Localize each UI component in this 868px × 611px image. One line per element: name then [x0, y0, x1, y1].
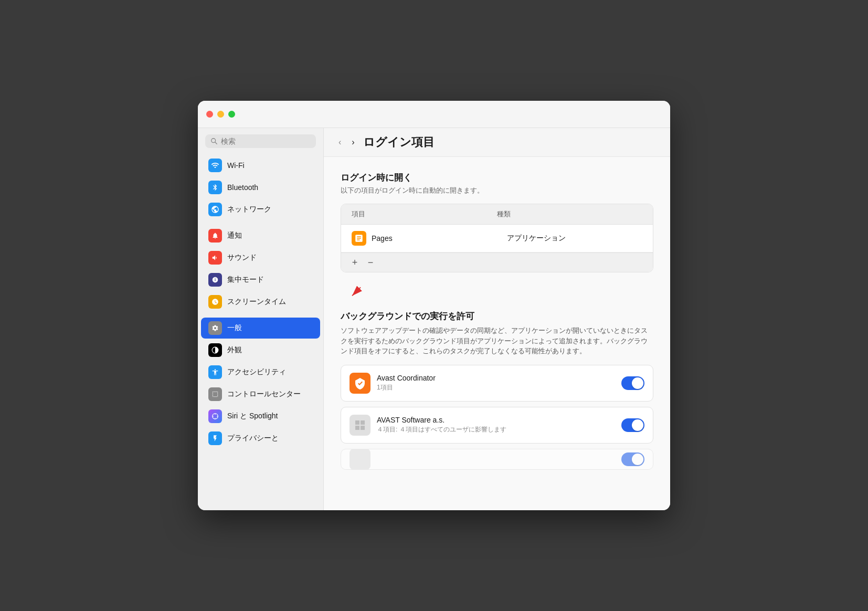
network-icon: [208, 203, 222, 216]
close-button[interactable]: [206, 111, 213, 118]
general-icon: [208, 321, 222, 335]
sidebar: Wi-Fi Bluetooth ネットワーク 通知: [198, 128, 324, 510]
forward-button[interactable]: ›: [350, 136, 356, 148]
sidebar-item-label-accessibility: アクセシビリティ: [227, 367, 286, 377]
accessibility-icon: [208, 365, 222, 379]
sound-icon: [208, 251, 222, 265]
siri-icon: [208, 409, 222, 423]
bluetooth-icon: [208, 181, 222, 194]
sidebar-item-appearance[interactable]: 外観: [201, 340, 320, 361]
sidebar-item-sound[interactable]: サウンド: [201, 247, 320, 268]
svg-rect-5: [352, 417, 368, 433]
remove-item-button[interactable]: −: [363, 256, 378, 269]
col-type-header: 種類: [497, 209, 642, 219]
notification-icon: [208, 229, 222, 243]
sidebar-item-label-appearance: 外観: [227, 345, 242, 355]
sidebar-item-label-screentime: スクリーンタイム: [227, 297, 286, 307]
search-icon: [210, 138, 218, 145]
login-items-table: 項目 種類 Pages アプリケーション + −: [341, 204, 653, 272]
login-open-section: ログイン時に開く 以下の項目がログイン時に自動的に開きます。: [341, 172, 653, 195]
arrow-indicator: [341, 283, 653, 304]
sidebar-item-label-privacy: プライバシーと: [227, 434, 279, 443]
search-container: [198, 128, 323, 154]
sidebar-item-bluetooth[interactable]: Bluetooth: [201, 177, 320, 198]
sidebar-item-label-wifi: Wi-Fi: [227, 161, 245, 170]
sidebar-item-screentime[interactable]: スクリーンタイム: [201, 291, 320, 312]
row-type-pages: アプリケーション: [507, 234, 642, 243]
sidebar-item-wifi[interactable]: Wi-Fi: [201, 155, 320, 176]
avast-coordinator-toggle[interactable]: [621, 376, 644, 390]
maximize-button[interactable]: [228, 111, 235, 118]
sidebar-item-controlcenter[interactable]: コントロールセンター: [201, 384, 320, 405]
appearance-icon: [208, 343, 222, 357]
bg-item-avast-software: AVAST Software a.s. ４項目: ４項目はすべてのユーザに影響し…: [341, 407, 653, 444]
focus-icon: [208, 273, 222, 287]
sidebar-item-general[interactable]: 一般: [201, 318, 320, 339]
svg-rect-6: [355, 420, 359, 425]
system-preferences-window: Wi-Fi Bluetooth ネットワーク 通知: [198, 101, 670, 510]
table-footer: + −: [341, 252, 653, 272]
unknown-icon: [350, 449, 371, 470]
titlebar: [198, 101, 670, 128]
sidebar-item-label-focus: 集中モード: [227, 275, 264, 285]
svg-rect-8: [355, 426, 359, 430]
sidebar-item-label-general: 一般: [227, 323, 242, 333]
sidebar-item-label-siri: Siri と Spotlight: [227, 412, 278, 421]
sidebar-item-accessibility[interactable]: アクセシビリティ: [201, 362, 320, 383]
sidebar-item-focus[interactable]: 集中モード: [201, 269, 320, 290]
table-row: Pages アプリケーション: [341, 225, 653, 252]
avast-coordinator-icon: [350, 373, 371, 394]
page-title: ログイン項目: [363, 134, 435, 150]
search-bar[interactable]: [205, 134, 316, 148]
screentime-icon: [208, 295, 222, 309]
add-item-button[interactable]: +: [347, 256, 362, 269]
avast-coordinator-sub: 1項目: [377, 383, 615, 392]
arrow-svg: [348, 283, 369, 302]
sidebar-item-label-sound: サウンド: [227, 253, 257, 262]
sidebar-item-siri[interactable]: Siri と Spotlight: [201, 406, 320, 427]
avast-coordinator-name: Avast Coordinator: [377, 374, 615, 382]
privacy-icon: [208, 431, 222, 445]
pages-app-icon: [352, 231, 366, 246]
avast-software-icon: [350, 415, 371, 436]
svg-line-1: [215, 142, 217, 144]
avast-software-info: AVAST Software a.s. ４項目: ４項目はすべてのユーザに影響し…: [377, 416, 615, 434]
nav-bar: ‹ › ログイン項目: [324, 128, 670, 157]
login-section-subtitle: 以下の項目がログイン時に自動的に開きます。: [341, 186, 653, 195]
unknown-toggle[interactable]: [621, 452, 644, 466]
bg-section-title: バックグラウンドでの実行を許可: [341, 310, 653, 322]
traffic-lights: [206, 111, 235, 118]
row-name-pages: Pages: [372, 234, 507, 243]
sidebar-item-label-notification: 通知: [227, 231, 242, 240]
wifi-icon: [208, 159, 222, 172]
login-section-title: ログイン時に開く: [341, 172, 653, 184]
minimize-button[interactable]: [217, 111, 224, 118]
bg-section: バックグラウンドでの実行を許可 ソフトウェアアップデートの確認やデータの同期など…: [341, 310, 653, 356]
controlcenter-icon: [208, 387, 222, 401]
search-input[interactable]: [221, 137, 311, 145]
avast-software-toggle[interactable]: [621, 418, 644, 432]
bg-item-avast-coordinator: Avast Coordinator 1項目: [341, 365, 653, 402]
svg-rect-9: [361, 426, 365, 430]
avast-coordinator-info: Avast Coordinator 1項目: [377, 374, 615, 392]
sidebar-item-privacy[interactable]: プライバシーと: [201, 428, 320, 449]
svg-line-4: [352, 287, 361, 296]
avast-software-name: AVAST Software a.s.: [377, 416, 615, 424]
main-content: ログイン時に開く 以下の項目がログイン時に自動的に開きます。 項目 種類 Pag…: [324, 157, 670, 510]
content-area: Wi-Fi Bluetooth ネットワーク 通知: [198, 128, 670, 510]
avast-software-sub: ４項目: ４項目はすべてのユーザに影響します: [377, 425, 615, 434]
bg-section-desc: ソフトウェアアップデートの確認やデータの同期など、アプリケーションが開いていない…: [341, 325, 653, 356]
col-item-header: 項目: [352, 209, 497, 219]
sidebar-item-label-bluetooth: Bluetooth: [227, 183, 258, 192]
sidebar-item-notification[interactable]: 通知: [201, 225, 320, 246]
table-header: 項目 種類: [341, 204, 653, 225]
svg-rect-7: [361, 420, 365, 425]
sidebar-item-label-network: ネットワーク: [227, 205, 271, 214]
bg-item-unknown: [341, 449, 653, 470]
sidebar-item-network[interactable]: ネットワーク: [201, 199, 320, 220]
back-button[interactable]: ‹: [336, 136, 343, 148]
sidebar-item-label-controlcenter: コントロールセンター: [227, 389, 301, 399]
main-panel: ‹ › ログイン項目 ログイン時に開く 以下の項目がログイン時に自動的に開きます…: [324, 128, 670, 510]
